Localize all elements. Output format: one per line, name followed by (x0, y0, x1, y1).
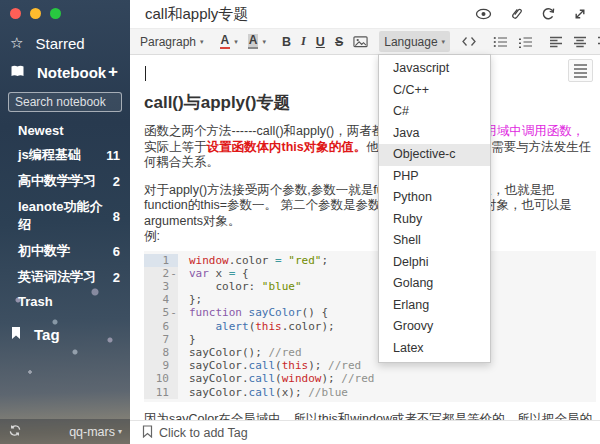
language-menu-item[interactable]: PHP (379, 166, 490, 188)
chevron-down-icon: ▾ (200, 38, 204, 45)
text-segment: var (189, 267, 209, 280)
text-segment: window (189, 254, 229, 267)
language-menu-item[interactable]: Latex (379, 338, 490, 360)
unordered-list-button[interactable] (488, 31, 513, 52)
code-block-button[interactable] (456, 31, 482, 52)
code-line[interactable]: 6 alert(this.color); (144, 320, 596, 333)
text-segment: sayColor. (189, 372, 249, 385)
sidebar-section-notebook[interactable]: Notebook + (0, 57, 130, 87)
language-menu-item[interactable]: Python (379, 187, 490, 209)
bold-button[interactable]: B (277, 31, 296, 52)
example-label[interactable]: 例: (144, 229, 595, 245)
language-select[interactable]: Language ▾ (379, 31, 450, 52)
editor-content[interactable]: call()与apply()专题 函数之两个方法------call()和app… (130, 55, 600, 420)
code-line-text: window.color = "red"; (178, 254, 328, 267)
add-tag-label[interactable]: Click to add Tag (159, 426, 248, 440)
code-line-gutter: 10 (144, 372, 178, 385)
language-menu-item[interactable]: Java (379, 123, 490, 145)
note-title[interactable]: call和apply专题 (145, 5, 248, 24)
notebook-item[interactable]: Newest (0, 119, 130, 142)
paragraph-format-select[interactable]: Paragraph ▾ (135, 31, 209, 52)
italic-button[interactable]: I (296, 31, 311, 52)
account-switcher[interactable]: qq-mars ▾ (69, 425, 122, 439)
align-left-button[interactable] (544, 31, 568, 52)
code-line[interactable]: 5 - function sayColor() { (144, 306, 596, 319)
preview-eye-button[interactable] (475, 8, 492, 20)
ordered-list-button[interactable] (513, 31, 538, 52)
code-line-gutter: 3 (144, 280, 178, 293)
code-line-number: 7 (162, 333, 169, 346)
fold-marker-icon[interactable]: - (169, 306, 178, 319)
language-menu-item[interactable]: Golang (379, 273, 490, 295)
search-notebook-input[interactable] (8, 92, 122, 112)
text-segment: function (189, 306, 242, 319)
maximize-window-button[interactable] (50, 8, 61, 19)
fullscreen-button[interactable] (573, 7, 587, 21)
text-segment: this (255, 320, 282, 333)
paragraph-format-label: Paragraph (140, 35, 196, 49)
code-line[interactable]: 4 }; (144, 293, 596, 306)
notebook-item[interactable]: Trash (0, 290, 130, 313)
notebook-item[interactable]: js编程基础 11 (0, 142, 130, 168)
notebook-item-label: js编程基础 (18, 146, 81, 164)
text-segment (189, 320, 216, 333)
code-line[interactable]: 8 sayColor(); //red (144, 346, 596, 359)
notebook-item[interactable]: 高中数学学习 2 (0, 168, 130, 194)
language-menu-item[interactable]: Erlang (379, 295, 490, 317)
code-line[interactable]: 9 sayColor.call(this); //red (144, 359, 596, 372)
paragraph-1[interactable]: 函数之两个方法------call()和apply()，两者都是用来在一定的作用… (144, 124, 595, 171)
code-block[interactable]: 1 window.color = "red"; 2 - var x = { (144, 251, 596, 402)
paragraph-2[interactable]: 对于apply()方法接受两个参数,参数一就是function的上下文对象，也就… (144, 183, 595, 230)
strikethrough-button[interactable]: S (330, 31, 348, 52)
language-menu-item[interactable]: C/C++ (379, 80, 490, 102)
code-line[interactable]: 7 } (144, 333, 596, 346)
sidebar-item-starred[interactable]: ☆ Starred (0, 29, 130, 57)
add-notebook-button[interactable]: + (108, 62, 122, 82)
sync-icon[interactable] (8, 424, 22, 440)
notebook-item-label: 初中数学 (18, 242, 70, 260)
text-segment: alert (216, 320, 249, 333)
sidebar-section-tag[interactable]: Tag (0, 321, 130, 348)
language-menu-item[interactable]: Groovy (379, 316, 490, 338)
language-menu-item[interactable]: C# (379, 101, 490, 123)
starred-label: Starred (35, 35, 84, 52)
language-menu-item[interactable]: Shell (379, 230, 490, 252)
code-line[interactable]: 11 sayColor.call(x); //blue (144, 386, 596, 399)
code-line[interactable]: 3 color: "blue" (144, 280, 596, 293)
language-menu-item[interactable]: Delphi (379, 252, 490, 274)
language-select-label: Language (384, 35, 437, 49)
text-segment: ); (308, 359, 328, 372)
fold-marker-icon[interactable]: - (169, 267, 178, 280)
code-line-gutter: 8 (144, 346, 178, 359)
code-line[interactable]: 1 window.color = "red"; (144, 254, 596, 267)
language-menu-item[interactable]: Ruby (379, 209, 490, 231)
insert-image-button[interactable] (348, 31, 373, 52)
notebook-item[interactable]: leanote功能介绍 8 (0, 194, 130, 238)
text-segment: this (282, 359, 309, 372)
notebook-item-label: 高中数学学习 (18, 172, 96, 190)
language-menu-item[interactable]: Objective-c (379, 144, 490, 166)
underline-button[interactable]: U (311, 31, 330, 52)
align-center-button[interactable] (568, 31, 592, 52)
code-line[interactable]: 2 - var x = { (144, 267, 596, 280)
close-window-button[interactable] (10, 8, 21, 19)
notebook-item[interactable]: 初中数学 6 (0, 238, 130, 264)
text-color-button[interactable]: A ▾ (215, 31, 243, 52)
language-menu-item[interactable]: Javascript (379, 58, 490, 80)
attachment-paperclip-button[interactable] (510, 7, 523, 21)
history-button[interactable] (541, 7, 555, 21)
paragraph-3[interactable]: 因为sayColor在全局域中，所以this和window或者不写都是等价的，所… (144, 412, 595, 420)
tag-outline-icon (142, 425, 153, 441)
minimize-window-button[interactable] (30, 8, 41, 19)
align-right-button[interactable] (592, 31, 600, 52)
chevron-down-icon: ▾ (234, 38, 238, 45)
code-line[interactable]: 10 sayColor.call(window); //red (144, 372, 596, 385)
text-segment: sayColor. (189, 359, 249, 372)
outline-toc-button[interactable] (568, 59, 593, 82)
highlight-color-button[interactable]: A ▾ (243, 31, 271, 52)
app-window: ☆ Starred Notebook + Newest js编程基础 (0, 0, 600, 444)
note-heading[interactable]: call()与apply()专题 (144, 91, 595, 114)
align-left-icon (549, 36, 563, 48)
notebook-icon (10, 64, 25, 81)
notebook-item[interactable]: 英语词法学习 2 (0, 264, 130, 290)
